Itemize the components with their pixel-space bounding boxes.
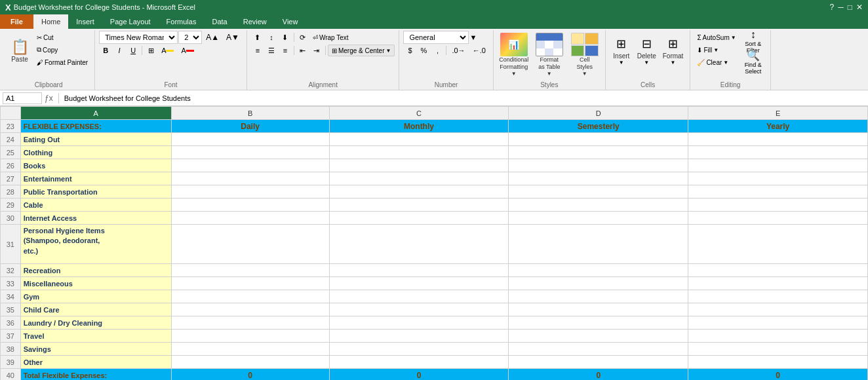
- align-left-button[interactable]: ≡: [251, 44, 264, 57]
- clear-button[interactable]: 🧹 Clear ▼: [694, 56, 738, 68]
- window-controls[interactable]: ? ─ □ ✕: [830, 3, 863, 12]
- table-cell[interactable]: [329, 172, 509, 185]
- table-cell[interactable]: [688, 225, 868, 264]
- col-header-a[interactable]: A: [20, 107, 171, 120]
- conditional-formatting-button[interactable]: 📊 ConditionalFormatting ▼: [498, 31, 530, 78]
- sort-filter-button[interactable]: ↕ Sort &Filter: [740, 31, 766, 51]
- tab-view[interactable]: View: [275, 14, 306, 29]
- table-cell[interactable]: [688, 303, 868, 316]
- tab-file[interactable]: File: [0, 14, 33, 29]
- cell-styles-button[interactable]: CellStyles ▼: [568, 31, 601, 78]
- table-cell[interactable]: [509, 330, 688, 343]
- tab-home[interactable]: Home: [33, 14, 68, 29]
- col-header-c[interactable]: C: [329, 107, 509, 120]
- paste-button[interactable]: 📋 Paste: [7, 31, 33, 71]
- table-cell[interactable]: Yearly: [688, 120, 868, 133]
- table-cell[interactable]: Laundry / Dry Cleaning: [20, 316, 171, 330]
- insert-button[interactable]: ⊞ Insert ▼: [610, 31, 633, 71]
- table-cell[interactable]: [329, 264, 509, 277]
- table-cell[interactable]: [688, 290, 868, 303]
- table-cell[interactable]: Miscellaneous: [20, 277, 171, 290]
- table-cell[interactable]: [171, 330, 329, 343]
- table-cell[interactable]: [329, 225, 509, 264]
- table-cell[interactable]: Eating Out: [20, 133, 171, 146]
- conditional-formatting-arrow[interactable]: ▼: [511, 71, 517, 77]
- table-cell[interactable]: 0: [329, 369, 509, 381]
- align-middle-button[interactable]: ↕: [265, 31, 278, 44]
- table-cell[interactable]: [509, 185, 688, 199]
- decrease-font-size-button[interactable]: A▼: [223, 31, 243, 44]
- increase-decimal-button[interactable]: .0→: [448, 44, 468, 57]
- table-cell[interactable]: [688, 133, 868, 146]
- table-cell[interactable]: Clothing: [20, 146, 171, 159]
- table-cell[interactable]: [688, 185, 868, 199]
- table-cell[interactable]: FLEXIBLE EXPENSES:: [20, 120, 171, 133]
- clear-arrow[interactable]: ▼: [723, 60, 728, 66]
- table-cell[interactable]: [688, 330, 868, 343]
- table-cell[interactable]: [509, 199, 688, 212]
- cell-reference-box[interactable]: [3, 92, 42, 104]
- table-cell[interactable]: [171, 264, 329, 277]
- fill-arrow[interactable]: ▼: [713, 47, 719, 53]
- increase-font-size-button[interactable]: A▲: [203, 31, 222, 44]
- table-cell[interactable]: Recreation: [20, 264, 171, 277]
- format-arrow[interactable]: ▼: [671, 60, 676, 66]
- tab-review[interactable]: Review: [235, 14, 275, 29]
- table-cell[interactable]: [171, 316, 329, 330]
- table-cell[interactable]: Child Care: [20, 303, 171, 316]
- table-cell[interactable]: [329, 277, 509, 290]
- autosum-arrow[interactable]: ▼: [731, 35, 736, 41]
- bold-button[interactable]: B: [99, 44, 112, 57]
- tab-page-layout[interactable]: Page Layout: [102, 14, 159, 29]
- table-cell[interactable]: [509, 290, 688, 303]
- col-header-b[interactable]: B: [171, 107, 329, 120]
- copy-button[interactable]: ⧉ Copy: [34, 44, 90, 56]
- tab-data[interactable]: Data: [204, 14, 235, 29]
- table-cell[interactable]: [329, 290, 509, 303]
- table-cell[interactable]: [509, 159, 688, 172]
- increase-indent-button[interactable]: ⇥: [310, 44, 323, 57]
- underline-button[interactable]: U: [127, 44, 140, 57]
- table-cell[interactable]: [329, 316, 509, 330]
- align-right-button[interactable]: ≡: [279, 44, 292, 57]
- table-cell[interactable]: [509, 133, 688, 146]
- table-cell[interactable]: Entertainment: [20, 172, 171, 185]
- table-cell[interactable]: [688, 264, 868, 277]
- table-cell[interactable]: [171, 277, 329, 290]
- table-cell[interactable]: Books: [20, 159, 171, 172]
- table-cell[interactable]: Travel: [20, 330, 171, 343]
- text-angle-button[interactable]: ⟳: [296, 31, 309, 44]
- table-cell[interactable]: [329, 212, 509, 225]
- close-icon[interactable]: ✕: [856, 3, 863, 12]
- table-cell[interactable]: Daily: [171, 120, 329, 133]
- merge-dropdown-arrow[interactable]: ▼: [386, 48, 391, 54]
- table-cell[interactable]: [509, 146, 688, 159]
- insert-arrow[interactable]: ▼: [619, 60, 624, 66]
- format-table-arrow[interactable]: ▼: [547, 71, 552, 77]
- table-cell[interactable]: [688, 343, 868, 356]
- table-cell[interactable]: [329, 356, 509, 369]
- table-cell[interactable]: [329, 199, 509, 212]
- align-top-button[interactable]: ⬆: [251, 31, 264, 44]
- cut-button[interactable]: ✂ Cut: [34, 31, 90, 43]
- decrease-indent-button[interactable]: ⇤: [296, 44, 309, 57]
- format-painter-button[interactable]: 🖌 Format Painter: [34, 56, 90, 68]
- table-cell[interactable]: [688, 316, 868, 330]
- decrease-decimal-button[interactable]: ←.0: [469, 44, 489, 57]
- font-face-selector[interactable]: Times New Roman: [99, 31, 178, 44]
- table-cell[interactable]: [688, 212, 868, 225]
- number-format-arrow[interactable]: ▼: [469, 33, 477, 41]
- table-cell[interactable]: 0: [509, 369, 688, 381]
- table-cell[interactable]: Semesterly: [509, 120, 688, 133]
- find-select-button[interactable]: 🔍 Find &Select: [740, 52, 766, 71]
- table-cell[interactable]: [509, 316, 688, 330]
- number-format-selector[interactable]: General: [403, 31, 469, 44]
- tab-formulas[interactable]: Formulas: [159, 14, 205, 29]
- table-cell[interactable]: [688, 159, 868, 172]
- autosum-button[interactable]: Σ AutoSum ▼: [694, 31, 738, 43]
- table-cell[interactable]: [171, 356, 329, 369]
- table-cell[interactable]: [171, 290, 329, 303]
- minimize-icon[interactable]: ─: [838, 3, 844, 12]
- format-as-table-button[interactable]: Formatas Table ▼: [533, 31, 566, 78]
- table-cell[interactable]: Savings: [20, 343, 171, 356]
